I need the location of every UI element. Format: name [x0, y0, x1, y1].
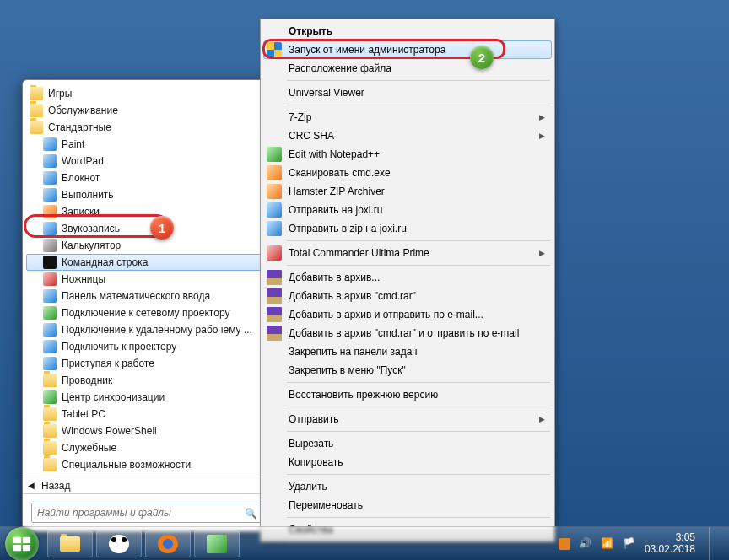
taskbar-app-monitor[interactable] [194, 530, 240, 557]
sound-icon[interactable]: 🔊 [579, 537, 592, 551]
start-folder[interactable]: Обслуживание [26, 102, 269, 119]
start-item[interactable]: Приступая к работе [26, 355, 269, 372]
start-item-label: Командная строка [62, 256, 148, 268]
blank-icon [267, 387, 282, 402]
folder-icon [43, 407, 57, 421]
context-item-label: Удалить [289, 481, 535, 493]
context-item-label: Добавить в архив и отправить по e-mail..… [289, 309, 535, 320]
context-item[interactable]: Удалить [263, 477, 552, 496]
context-item[interactable]: Переименовать [263, 496, 552, 514]
show-desktop-button[interactable] [709, 527, 717, 561]
blank-icon [267, 110, 282, 125]
context-separator [287, 240, 550, 241]
start-menu-back[interactable]: ◀ Назад [23, 477, 273, 493]
start-button[interactable] [5, 527, 39, 561]
taskbar-app-explorer[interactable] [47, 530, 93, 557]
context-item[interactable]: Восстановить прежнюю версию [263, 385, 552, 404]
context-item[interactable]: Universal Viewer [263, 83, 552, 102]
context-item-label: Добавить в архив "cmd.rar" и отправить п… [289, 327, 535, 339]
context-item[interactable]: Открыть [263, 22, 552, 40]
start-item[interactable]: Подключить к проектору [26, 338, 269, 355]
context-item[interactable]: Отправить▶ [263, 410, 552, 428]
start-subfolder[interactable]: Tablet PC [26, 406, 269, 423]
calc-icon [43, 239, 57, 252]
context-separator [287, 80, 550, 81]
start-item-label: Записки [62, 206, 100, 218]
system-tray: 🔊 📶 🏳️ 3:05 03.02.2018 [559, 527, 724, 561]
start-item[interactable]: Подключение к удаленному рабочему ... [26, 321, 269, 338]
start-item[interactable]: Звукозапись [26, 220, 269, 237]
start-item[interactable]: Центр синхронизации [26, 389, 269, 406]
npp-icon [267, 147, 282, 162]
start-item[interactable]: Записки [26, 203, 269, 220]
context-item-label: Отправить [289, 413, 535, 425]
context-item[interactable]: Hamster ZIP Archiver [263, 182, 552, 201]
context-item[interactable]: Добавить в архив... [263, 268, 552, 287]
context-item[interactable]: CRC SHA▶ [263, 127, 552, 145]
start-item[interactable]: Панель математического ввода [26, 288, 269, 304]
blank-icon [267, 479, 282, 494]
context-item[interactable]: Добавить в архив "cmd.rar" [263, 287, 552, 305]
firefox-icon [158, 535, 178, 553]
context-item[interactable]: Total Commander Ultima Prime▶ [263, 244, 552, 262]
windows-logo-icon [13, 535, 31, 553]
annotation-badge-2: 2 [470, 46, 494, 69]
flag-icon[interactable]: 🏳️ [623, 537, 636, 551]
blank-icon [267, 24, 282, 39]
start-item[interactable]: Ножницы [26, 271, 269, 288]
context-separator [287, 265, 550, 266]
start-item-label: Калькулятор [62, 240, 121, 251]
context-item-label: Hamster ZIP Archiver [289, 186, 535, 197]
start-subfolder[interactable]: Windows PowerShell [26, 423, 269, 439]
taskbar-app-panda[interactable] [96, 530, 142, 557]
network-icon[interactable]: 📶 [601, 537, 614, 551]
start-item[interactable]: Paint [26, 136, 269, 153]
blank-icon [267, 498, 282, 513]
context-item-label: CRC SHA [289, 130, 535, 142]
context-separator [287, 105, 550, 105]
start-item-label: Подключение к удаленному рабочему ... [62, 324, 252, 336]
context-item[interactable]: Добавить в архив "cmd.rar" и отправить п… [263, 324, 552, 342]
start-item-label: Ножницы [62, 273, 105, 285]
context-item[interactable]: Вырезать [263, 434, 552, 453]
context-item[interactable]: Расположение файла [263, 59, 552, 78]
context-item-run-as-admin[interactable]: Запуск от имени администратора [263, 40, 552, 59]
search-input[interactable] [31, 503, 264, 523]
start-folder[interactable]: Стандартные [26, 119, 269, 136]
math-icon [43, 289, 57, 303]
avast-icon [267, 165, 282, 180]
taskbar-clock[interactable]: 3:05 03.02.2018 [645, 532, 695, 556]
context-item[interactable]: Закрепить в меню "Пуск" [263, 361, 552, 380]
taskbar-app-firefox[interactable] [145, 530, 191, 557]
context-item[interactable]: Edit with Notepad++ [263, 145, 552, 164]
start-menu: ИгрыОбслуживаниеСтандартные PaintWordPad… [22, 79, 273, 532]
context-item[interactable]: Отправить в zip на joxi.ru [263, 219, 552, 238]
back-arrow-icon: ◀ [28, 481, 35, 490]
start-subfolder[interactable]: Служебные [26, 439, 269, 456]
start-item[interactable]: WordPad [26, 153, 269, 170]
start-item-label: Панель математического ввода [62, 290, 210, 302]
rdp-icon [43, 323, 57, 337]
context-item[interactable]: Копировать [263, 453, 552, 471]
notepad-icon [43, 171, 57, 185]
context-item-label: Восстановить прежнюю версию [289, 389, 535, 401]
context-item-label: Edit with Notepad++ [289, 148, 535, 160]
context-item-label: Отправить на joxi.ru [289, 204, 535, 216]
context-item[interactable]: Закрепить на панели задач [263, 342, 552, 361]
start-subfolder[interactable]: Специальные возможности [26, 456, 269, 473]
context-item[interactable]: 7-Zip▶ [263, 108, 552, 127]
context-item-label: Total Commander Ultima Prime [289, 247, 535, 259]
start-folder[interactable]: Игры [26, 85, 269, 102]
clock-time: 3:05 [645, 532, 695, 544]
start-item[interactable]: Блокнот [26, 170, 269, 186]
context-item[interactable]: Добавить в архив и отправить по e-mail..… [263, 305, 552, 324]
context-item[interactable]: Отправить на joxi.ru [263, 201, 552, 219]
start-item[interactable]: Калькулятор [26, 237, 269, 254]
tray-app-icon[interactable] [559, 538, 570, 550]
blank-icon [267, 363, 282, 378]
start-item[interactable]: Проводник [26, 372, 269, 389]
start-item[interactable]: Подключение к сетевому проектору [26, 304, 269, 321]
start-item-command-prompt[interactable]: Командная строка [26, 254, 269, 271]
context-item[interactable]: Сканировать cmd.exe [263, 164, 552, 182]
start-item[interactable]: Выполнить [26, 186, 269, 203]
